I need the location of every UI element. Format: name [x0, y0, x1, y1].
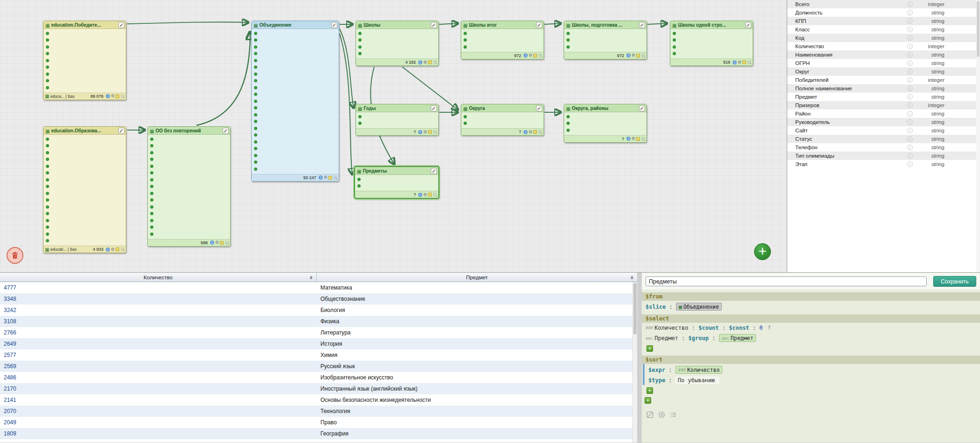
select-field-name[interactable]: Предмет — [654, 335, 678, 341]
table-row[interactable]: 2141 Основы безопасности жизнедеятельнос… — [0, 394, 637, 406]
node-header[interactable]: Предметы — [355, 167, 438, 175]
sort-section-header[interactable]: $sort — [642, 356, 980, 364]
column-header-count[interactable]: Количество — [0, 273, 317, 282]
const-value[interactable]: 0 — [759, 325, 762, 331]
preview-icon[interactable] — [658, 411, 665, 418]
info-icon[interactable] — [907, 18, 913, 24]
graph-node[interactable]: Школы итог — [461, 21, 544, 59]
node-header[interactable]: Объединение — [252, 21, 339, 29]
table-row[interactable]: 2766 Литература — [0, 327, 637, 338]
info-icon[interactable] — [907, 161, 913, 167]
edit-node-button[interactable] — [536, 105, 542, 111]
node-header[interactable]: education.Победите... — [44, 21, 126, 29]
slice-table-chip[interactable]: Объединение — [676, 303, 722, 311]
info-icon[interactable] — [907, 44, 913, 49]
table-row[interactable]: 2170 Иностранный язык (английский язык) — [0, 383, 637, 394]
add-sort-field-button[interactable] — [646, 387, 653, 394]
node-header[interactable]: Округа, районы — [564, 104, 646, 112]
scrollbar[interactable] — [976, 0, 980, 272]
node-header[interactable]: education.Образова... — [44, 127, 126, 135]
table-row[interactable]: 3348 Обществознание — [0, 293, 637, 305]
gear-icon[interactable] — [632, 137, 635, 141]
edit-node-button[interactable] — [639, 22, 645, 28]
graph-node[interactable]: Школы одной стро... — [670, 21, 753, 66]
info-icon[interactable] — [319, 175, 323, 180]
info-icon[interactable] — [907, 1, 913, 7]
sort-icon[interactable] — [310, 275, 312, 281]
info-icon[interactable] — [907, 86, 913, 91]
info-icon[interactable] — [626, 137, 631, 141]
edit-node-button[interactable] — [431, 22, 437, 28]
info-icon[interactable] — [907, 153, 913, 159]
info-icon[interactable] — [418, 193, 422, 197]
table-row[interactable]: 3242 Биология — [0, 305, 637, 316]
count-keyword[interactable]: $count — [698, 325, 719, 331]
resize-handle[interactable] — [538, 130, 542, 134]
field-list-row[interactable]: Район string — [787, 109, 980, 118]
scrollbar-thumb[interactable] — [977, 1, 980, 57]
resize-handle[interactable] — [121, 94, 124, 98]
sort-direction-select[interactable]: По убыванию — [675, 377, 719, 384]
edit-node-button[interactable] — [536, 22, 542, 28]
save-button[interactable]: Сохранить — [933, 276, 976, 287]
info-icon[interactable] — [907, 77, 913, 83]
info-icon[interactable] — [418, 60, 422, 65]
table-row[interactable]: 4777 Математика — [0, 282, 637, 293]
info-icon[interactable] — [907, 102, 913, 108]
node-header[interactable]: Годы — [356, 104, 438, 112]
graph-node[interactable]: education.Образова... — [43, 126, 126, 253]
scrollbar[interactable] — [632, 282, 637, 443]
sort-field-chip[interactable]: ### Количество — [675, 366, 723, 374]
graph-node[interactable]: Годы — [356, 104, 439, 136]
select-field-name[interactable]: Количество — [654, 325, 688, 331]
gear-icon[interactable] — [529, 130, 532, 134]
info-icon[interactable] — [907, 27, 913, 32]
add-node-button[interactable] — [754, 243, 771, 260]
field-list-row[interactable]: Тип олимпиады string — [787, 152, 980, 160]
info-icon[interactable] — [626, 53, 631, 58]
help-icon[interactable]: ? — [768, 325, 771, 331]
info-icon[interactable] — [210, 240, 214, 245]
gear-icon[interactable] — [529, 53, 532, 58]
table-row[interactable]: 3108 Физика — [0, 316, 637, 327]
field-list-row[interactable]: Должность string — [787, 8, 980, 17]
resize-handle[interactable] — [641, 54, 645, 58]
add-select-field-button[interactable] — [646, 345, 653, 352]
graph-node[interactable]: education.Победите... — [43, 21, 126, 100]
field-list-row[interactable]: Этап string — [787, 160, 980, 168]
column-header-subject[interactable]: Предмет — [317, 273, 637, 282]
table-row[interactable]: 1809 География — [0, 428, 637, 439]
info-icon[interactable] — [907, 136, 913, 142]
node-header[interactable]: Школы, подготовка ... — [564, 21, 646, 29]
select-section-header[interactable]: $select — [642, 314, 980, 323]
note-icon[interactable] — [428, 130, 432, 134]
field-list-row[interactable]: Статус string — [787, 135, 980, 143]
field-list-row[interactable]: Предмет string — [787, 93, 980, 101]
info-icon[interactable] — [907, 145, 913, 150]
note-icon[interactable] — [742, 60, 746, 64]
note-icon[interactable] — [328, 176, 332, 180]
node-header[interactable]: Школы — [356, 21, 438, 29]
node-header[interactable]: ОО без повторений — [148, 127, 230, 135]
field-list-row[interactable]: Телефон string — [787, 143, 980, 152]
info-icon[interactable] — [733, 60, 737, 65]
clear-icon[interactable] — [646, 411, 653, 418]
edit-node-button[interactable] — [223, 128, 229, 134]
field-list-row[interactable]: Всего integer — [787, 0, 980, 8]
info-icon[interactable] — [106, 247, 110, 252]
gear-icon[interactable] — [111, 247, 115, 252]
group-field-chip[interactable]: авс Предмет — [719, 334, 756, 342]
info-icon[interactable] — [907, 111, 913, 116]
field-list-row[interactable]: Победителей integer — [787, 76, 980, 84]
graph-node[interactable]: ОО без повторений — [147, 126, 231, 247]
node-header[interactable]: Школы одной стро... — [670, 21, 753, 29]
info-icon[interactable] — [907, 119, 913, 125]
resize-handle[interactable] — [433, 193, 437, 196]
field-list-row[interactable]: ОГРН string — [787, 59, 980, 67]
gear-icon[interactable] — [738, 60, 741, 65]
gear-icon[interactable] — [215, 240, 219, 245]
graph-node[interactable]: Предметы — [354, 166, 439, 199]
graph-node[interactable]: Школы — [356, 21, 439, 66]
info-icon[interactable] — [907, 52, 913, 58]
gear-icon[interactable] — [423, 60, 427, 65]
